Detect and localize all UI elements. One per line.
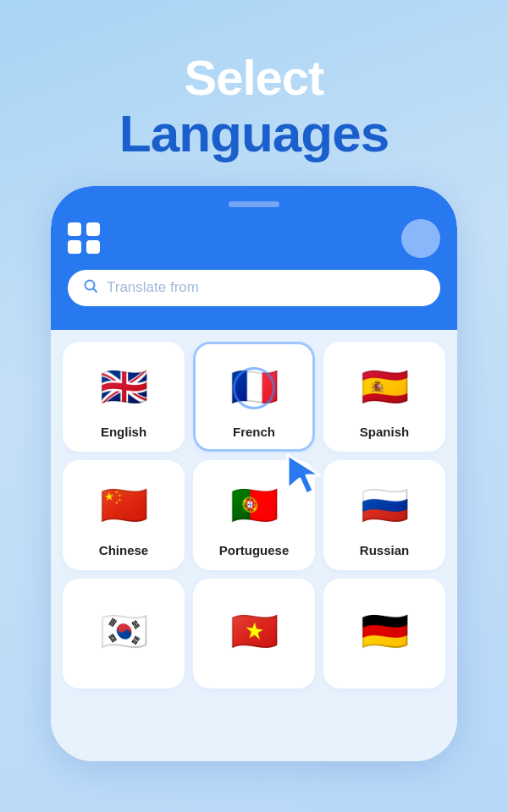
language-card-french[interactable]: 🇫🇷 French — [193, 342, 315, 452]
language-label-english: English — [101, 425, 146, 439]
language-label-chinese: Chinese — [99, 543, 148, 557]
search-placeholder: Translate from — [107, 279, 199, 296]
grid-dot — [86, 240, 100, 254]
svg-line-1 — [94, 288, 97, 292]
search-bar[interactable]: Translate from — [68, 270, 440, 306]
phone-notch — [229, 201, 279, 207]
language-row-1: 🇬🇧 English 🇫🇷 French 🇪🇸 Spanish — [63, 342, 445, 452]
phone-header: Translate from — [51, 186, 457, 330]
language-label-spanish: Spanish — [360, 425, 409, 439]
language-grid: 🇬🇧 English 🇫🇷 French 🇪🇸 Spanish — [51, 330, 457, 761]
language-card-korean[interactable]: 🇰🇷 — [63, 579, 185, 689]
language-label-portuguese: Portuguese — [219, 543, 290, 557]
phone-mockup: Translate from 🇬🇧 English 🇫🇷 French — [51, 186, 457, 761]
avatar[interactable] — [401, 219, 440, 258]
title-line2: Languages — [119, 105, 389, 162]
language-card-russian[interactable]: 🇷🇺 Russian — [323, 460, 445, 570]
phone-top-row — [68, 219, 440, 258]
language-card-vietnamese[interactable]: 🇻🇳 — [193, 579, 315, 689]
flag-korean: 🇰🇷 — [94, 601, 153, 661]
language-row-3: 🇰🇷 🇻🇳 🇩🇪 — [63, 579, 445, 689]
flag-vietnamese: 🇻🇳 — [224, 601, 284, 661]
flag-spanish: 🇪🇸 — [355, 357, 414, 416]
flag-french: 🇫🇷 — [224, 357, 284, 416]
flag-portuguese: 🇵🇹 — [224, 475, 284, 535]
language-card-portuguese[interactable]: 🇵🇹 Portuguese — [193, 460, 315, 570]
grid-dot — [68, 222, 81, 236]
grid-dot — [86, 222, 100, 236]
language-label-french: French — [233, 425, 275, 439]
language-card-chinese[interactable]: 🇨🇳 Chinese — [63, 460, 185, 570]
language-card-english[interactable]: 🇬🇧 English — [63, 342, 185, 452]
language-row-2: 🇨🇳 Chinese 🇵🇹 Portuguese 🇷🇺 Russian — [63, 460, 445, 570]
search-icon — [83, 278, 98, 298]
flag-chinese: 🇨🇳 — [94, 475, 153, 535]
title-line1: Select — [119, 51, 389, 105]
flag-german: 🇩🇪 — [355, 601, 414, 661]
language-card-spanish[interactable]: 🇪🇸 Spanish — [323, 342, 445, 452]
flag-russian: 🇷🇺 — [355, 475, 414, 535]
title-section: Select Languages — [119, 51, 389, 162]
language-card-german[interactable]: 🇩🇪 — [323, 579, 445, 689]
language-label-russian: Russian — [360, 543, 409, 557]
grid-menu-icon[interactable] — [68, 222, 100, 255]
grid-dot — [68, 240, 81, 254]
flag-english: 🇬🇧 — [94, 357, 153, 416]
